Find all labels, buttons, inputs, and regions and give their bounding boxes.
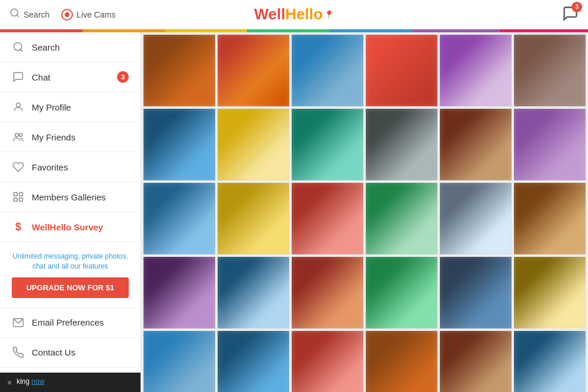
- svg-rect-9: [14, 198, 18, 202]
- toast-body: king now: [16, 377, 44, 386]
- upgrade-button[interactable]: UPGRADE NOW FOR $1: [12, 277, 129, 298]
- sidebar-survey-label: WellHello Survey: [32, 222, 103, 232]
- profile-icon: [12, 100, 25, 113]
- search-nav-item[interactable]: Search: [9, 8, 49, 21]
- photo-cell[interactable]: [292, 109, 363, 180]
- photo-cell[interactable]: [218, 257, 289, 329]
- friends-icon: [12, 130, 25, 143]
- gallery-icon: [12, 190, 25, 203]
- svg-point-5: [15, 133, 19, 137]
- upgrade-text: Unlimited messaging, private photos, cha…: [12, 252, 129, 272]
- photo-cell[interactable]: [440, 257, 512, 329]
- livecams-icon: [61, 9, 73, 21]
- photo-cell[interactable]: [143, 257, 215, 329]
- phone-icon: [12, 346, 25, 359]
- photo-cell[interactable]: [218, 109, 289, 180]
- dollar-icon: $: [12, 220, 25, 233]
- photo-cell[interactable]: [514, 109, 586, 180]
- photo-cell[interactable]: [218, 331, 289, 392]
- photo-cell[interactable]: [292, 257, 363, 329]
- top-chat-button[interactable]: 3: [562, 5, 579, 24]
- sidebar-item-favorites[interactable]: Favorites: [0, 152, 141, 182]
- photo-cell[interactable]: [440, 183, 512, 254]
- photo-cell[interactable]: [143, 35, 215, 106]
- svg-line-3: [21, 49, 23, 52]
- sidebar-item-galleries[interactable]: Members Galleries: [0, 182, 141, 212]
- top-nav-right: 3: [562, 5, 579, 24]
- sidebar-friends-label: My Friends: [32, 132, 75, 142]
- sidebar-item-friends[interactable]: My Friends: [0, 122, 141, 152]
- brand-hello: Hello: [285, 5, 323, 24]
- toast-link[interactable]: now: [32, 377, 45, 386]
- brand-well: Well: [254, 5, 285, 24]
- email-icon: [12, 316, 25, 329]
- photo-cell[interactable]: [440, 109, 512, 180]
- top-navigation: Search Live Cams WellHello📍 3: [0, 0, 588, 29]
- search-nav-label: Search: [24, 10, 49, 19]
- main-layout: Search Chat 3 My Profile My Friends: [0, 32, 588, 392]
- toast-close-button[interactable]: ×: [7, 378, 12, 387]
- svg-point-2: [14, 43, 22, 51]
- svg-point-4: [16, 103, 21, 107]
- sidebar-item-survey[interactable]: $ WellHello Survey: [0, 212, 141, 242]
- photo-cell[interactable]: [366, 331, 437, 392]
- sidebar-email-pref-label: Email Preferences: [32, 317, 104, 327]
- sidebar-item-contact-us[interactable]: Contact Us: [0, 338, 141, 368]
- photo-cell[interactable]: [514, 257, 586, 329]
- upgrade-section: Unlimited messaging, private photos, cha…: [0, 242, 141, 308]
- brand-logo[interactable]: WellHello📍: [254, 5, 334, 24]
- svg-rect-7: [14, 193, 18, 196]
- svg-line-1: [16, 15, 18, 16]
- sidebar-item-email-preferences[interactable]: Email Preferences: [0, 308, 141, 338]
- sidebar-item-chat[interactable]: Chat 3: [0, 62, 141, 92]
- photo-cell[interactable]: [143, 183, 215, 254]
- top-nav-left: Search Live Cams: [9, 8, 116, 21]
- search-nav-icon: [9, 8, 20, 21]
- sidebar-favorites-label: Favorites: [32, 162, 68, 172]
- photo-cell[interactable]: [143, 331, 215, 392]
- sidebar-item-profile[interactable]: My Profile: [0, 92, 141, 122]
- photo-cell[interactable]: [292, 35, 363, 106]
- sidebar-search-label: Search: [32, 42, 60, 52]
- photo-cell[interactable]: [440, 35, 512, 106]
- svg-point-0: [11, 9, 18, 16]
- chat-icon: [12, 71, 25, 83]
- sidebar-galleries-label: Members Galleries: [32, 192, 106, 202]
- sidebar-chat-label: Chat: [32, 72, 51, 82]
- photo-cell[interactable]: [292, 183, 363, 254]
- photo-cell[interactable]: [218, 183, 289, 254]
- photo-cell[interactable]: [366, 109, 437, 180]
- sidebar-contact-label: Contact Us: [32, 347, 75, 357]
- svg-point-6: [19, 133, 22, 136]
- photo-grid: [143, 35, 586, 392]
- photo-cell[interactable]: [366, 183, 437, 254]
- photo-cell[interactable]: [440, 331, 512, 392]
- svg-rect-10: [19, 198, 23, 202]
- chat-badge: 3: [572, 2, 582, 12]
- photo-cell[interactable]: [514, 183, 586, 254]
- sidebar-item-search[interactable]: Search: [0, 32, 141, 62]
- sidebar: Search Chat 3 My Profile My Friends: [0, 32, 141, 392]
- livecams-nav-item[interactable]: Live Cams: [61, 9, 115, 21]
- photo-cell[interactable]: [514, 35, 586, 106]
- photo-cell[interactable]: [366, 257, 437, 329]
- brand-pin-icon: 📍: [324, 10, 334, 19]
- svg-rect-8: [19, 193, 23, 196]
- photo-cell[interactable]: [218, 35, 289, 106]
- photo-cell[interactable]: [143, 109, 215, 180]
- sidebar-profile-label: My Profile: [32, 102, 71, 112]
- photo-cell[interactable]: [366, 35, 437, 106]
- photo-cell[interactable]: [292, 331, 363, 392]
- chat-badge-sidebar: 3: [117, 71, 129, 83]
- photo-cell[interactable]: [514, 331, 586, 392]
- heart-icon: [12, 160, 25, 173]
- content-area: [141, 32, 588, 392]
- search-icon: [12, 41, 25, 53]
- bottom-toast: × king now: [0, 373, 141, 392]
- livecams-nav-label: Live Cams: [76, 10, 115, 19]
